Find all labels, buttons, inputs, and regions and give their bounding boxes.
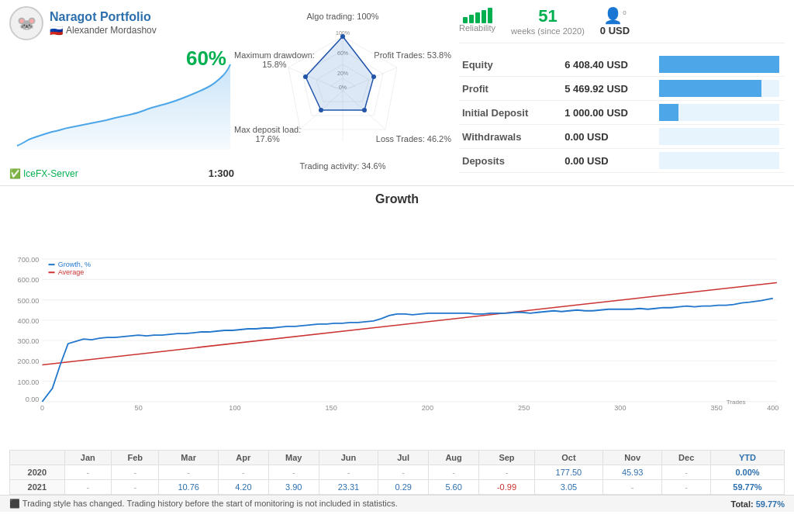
- monthly-value: 59.77%: [710, 480, 784, 495]
- metric-value: 0.00 USD: [561, 125, 656, 149]
- svg-point-16: [362, 108, 367, 112]
- monthly-value: 4.20: [218, 480, 268, 495]
- leverage-label: 1:300: [209, 168, 234, 179]
- monthly-col-header: May: [268, 451, 319, 465]
- bar-3: [475, 12, 480, 23]
- monthly-table: JanFebMarAprMayJunJulAugSepOctNovDecYTD …: [9, 450, 785, 495]
- monthly-value: -: [112, 480, 159, 495]
- left-panel: 🐭 Naragot Portfolio 🇷🇺 Alexander Mordash…: [9, 6, 234, 179]
- metric-bar: [656, 125, 785, 149]
- svg-text:0.00: 0.00: [26, 396, 40, 403]
- monthly-value: -: [662, 465, 711, 480]
- svg-text:350: 350: [711, 404, 723, 412]
- check-icon: ✅: [9, 168, 21, 179]
- svg-text:300.00: 300.00: [18, 337, 40, 345]
- footer-bar: ⬛ Trading style has changed. Trading his…: [0, 495, 794, 512]
- growth-title: Growth: [9, 192, 785, 206]
- monthly-col-header: Jul: [378, 451, 429, 465]
- year-cell: 2021: [10, 480, 65, 495]
- radar-svg: 100% 60% 20% 0%: [273, 29, 413, 153]
- footer-total-value: 59.77%: [756, 499, 785, 509]
- monthly-value: -: [319, 465, 378, 480]
- bar-2: [469, 15, 474, 23]
- metric-bar: [656, 149, 785, 173]
- svg-point-17: [319, 108, 323, 112]
- footer-notice: ⬛ Trading style has changed. Trading his…: [9, 499, 398, 509]
- weeks-box: 51 weeks (since 2020): [511, 6, 585, 36]
- metric-value: 0.00 USD: [561, 149, 656, 173]
- svg-point-15: [371, 74, 376, 79]
- balance-value: 0 USD: [600, 25, 630, 36]
- metric-row: Deposits 0.00 USD: [459, 149, 785, 173]
- svg-text:200.00: 200.00: [18, 358, 40, 365]
- monthly-col-header: Mar: [159, 451, 218, 465]
- bar-1: [463, 17, 468, 23]
- reliability-bars: [463, 6, 492, 23]
- portfolio-name: Naragot Portfolio: [50, 10, 157, 24]
- svg-text:Average: Average: [58, 268, 85, 276]
- svg-text:200: 200: [422, 404, 433, 412]
- svg-text:150: 150: [326, 404, 337, 412]
- radar-label-activity: Trading activity: 34.6%: [300, 161, 386, 171]
- svg-rect-46: [49, 264, 55, 265]
- metric-name: Profit: [459, 77, 561, 101]
- monthly-col-header: Oct: [534, 451, 602, 465]
- monthly-col-header: [10, 451, 65, 465]
- reliability-label: Reliability: [459, 23, 495, 33]
- monthly-value: 23.31: [319, 480, 378, 495]
- monthly-value: 3.90: [268, 480, 319, 495]
- metrics-table: Equity 6 408.40 USD Profit 5 469.92 USD …: [459, 53, 785, 173]
- metric-row: Profit 5 469.92 USD: [459, 77, 785, 101]
- monthly-value: 5.60: [429, 480, 479, 495]
- monthly-col-header: Dec: [662, 451, 711, 465]
- monthly-row: 2020---------177.5045.93-0.00%: [10, 465, 785, 480]
- monthly-value: 10.76: [159, 480, 218, 495]
- footer-total: Total: 59.77%: [731, 499, 785, 509]
- year-cell: 2020: [10, 465, 65, 480]
- reliability-box: Reliability: [459, 6, 495, 36]
- growth-chart-svg: 700.00 600.00 500.00 400.00 300.00 200.0…: [9, 209, 785, 450]
- monthly-value: -: [378, 465, 429, 480]
- radar-panel: Algo trading: 100% Profit Trades: 53.8% …: [234, 6, 451, 179]
- weeks-value: 51: [538, 6, 557, 26]
- monthly-value: -: [479, 465, 535, 480]
- metric-value: 6 408.40 USD: [561, 53, 656, 77]
- svg-text:Trades: Trades: [727, 399, 746, 406]
- metric-name: Withdrawals: [459, 125, 561, 149]
- bar-4: [482, 10, 486, 23]
- top-stats: Reliability 51 weeks (since 2020) 👤0 0 U…: [459, 6, 785, 43]
- monthly-col-header: Nov: [602, 451, 661, 465]
- svg-line-45: [42, 282, 776, 364]
- radar-container: Algo trading: 100% Profit Trades: 53.8% …: [234, 12, 451, 174]
- monthly-value: -: [662, 480, 711, 495]
- svg-text:700.00: 700.00: [18, 256, 40, 264]
- svg-text:0: 0: [40, 404, 44, 412]
- monthly-row: 2021--10.764.203.9023.310.295.60-0.993.0…: [10, 480, 785, 495]
- monthly-col-header: Sep: [479, 451, 535, 465]
- right-panel: Reliability 51 weeks (since 2020) 👤0 0 U…: [451, 6, 785, 179]
- monthly-value: -: [159, 465, 218, 480]
- monthly-col-header: Feb: [112, 451, 159, 465]
- growth-section: Growth 700.00 600.00 500.00 400.00 300.0…: [0, 186, 794, 450]
- monthly-col-header: Jun: [319, 451, 378, 465]
- growth-percentage: 60%: [186, 47, 226, 71]
- server-label: ✅ IceFX-Server: [9, 168, 78, 179]
- metric-value: 5 469.92 USD: [561, 77, 656, 101]
- monthly-value: -: [602, 480, 661, 495]
- person-icon: 👤0: [603, 6, 626, 25]
- svg-point-18: [303, 74, 308, 79]
- monthly-value: -: [64, 480, 111, 495]
- svg-text:100.00: 100.00: [18, 378, 40, 386]
- chart-area: 700.00 600.00 500.00 400.00 300.00 200.0…: [9, 209, 785, 450]
- metric-name: Initial Deposit: [459, 101, 561, 125]
- profile-row: 🐭 Naragot Portfolio 🇷🇺 Alexander Mordash…: [9, 6, 234, 40]
- trader-name: 🇷🇺 Alexander Mordashov: [50, 24, 157, 36]
- metric-row: Initial Deposit 1 000.00 USD: [459, 101, 785, 125]
- metric-bar: [656, 101, 785, 125]
- monthly-value: -: [268, 465, 319, 480]
- monthly-value: -: [64, 465, 111, 480]
- svg-text:400.00: 400.00: [18, 317, 40, 325]
- monthly-value: -: [218, 465, 268, 480]
- monthly-value: 0.29: [378, 480, 429, 495]
- metric-name: Equity: [459, 53, 561, 77]
